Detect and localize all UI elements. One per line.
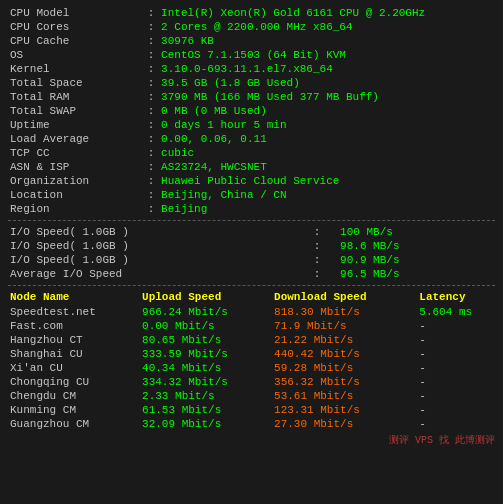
- sysinfo-row: Uptime : 0 days 1 hour 5 min: [8, 118, 495, 132]
- speed-upload: 40.34 Mbit/s: [140, 361, 272, 375]
- sysinfo-label: OS: [8, 48, 146, 62]
- sysinfo-row: Organization : Huawei Public Cloud Servi…: [8, 174, 495, 188]
- speed-download: 818.30 Mbit/s: [272, 305, 417, 319]
- sysinfo-row: Region : Beijing: [8, 202, 495, 216]
- sysinfo-row: Total Space : 39.5 GB (1.8 GB Used): [8, 76, 495, 90]
- speed-download: 59.28 Mbit/s: [272, 361, 417, 375]
- speed-row: Hangzhou CT 80.65 Mbit/s 21.22 Mbit/s -: [8, 333, 495, 347]
- speed-row: Kunming CM 61.53 Mbit/s 123.31 Mbit/s -: [8, 403, 495, 417]
- sysinfo-value: 0 days 1 hour 5 min: [159, 118, 495, 132]
- io-row: Average I/O Speed : 96.5 MB/s: [8, 267, 495, 281]
- sysinfo-colon: :: [146, 104, 159, 118]
- sysinfo-value: Huawei Public Cloud Service: [159, 174, 495, 188]
- sysinfo-label: ASN & ISP: [8, 160, 146, 174]
- io-value: 100 MB/s: [338, 225, 495, 239]
- sysinfo-colon: :: [146, 48, 159, 62]
- speed-node: Shanghai CU: [8, 347, 140, 361]
- sysinfo-label: Load Average: [8, 132, 146, 146]
- speed-latency: 5.604 ms: [417, 305, 495, 319]
- speed-latency: -: [417, 417, 495, 431]
- speed-row: Guangzhou CM 32.09 Mbit/s 27.30 Mbit/s -: [8, 417, 495, 431]
- io-label: I/O Speed( 1.0GB ): [8, 225, 312, 239]
- sysinfo-value: 0 MB (0 MB Used): [159, 104, 495, 118]
- sysinfo-row: Location : Beijing, China / CN: [8, 188, 495, 202]
- sysinfo-label: Total SWAP: [8, 104, 146, 118]
- speed-row: Shanghai CU 333.59 Mbit/s 440.42 Mbit/s …: [8, 347, 495, 361]
- speed-latency: -: [417, 347, 495, 361]
- io-label: I/O Speed( 1.0GB ): [8, 239, 312, 253]
- sysinfo-colon: :: [146, 118, 159, 132]
- sysinfo-label: TCP CC: [8, 146, 146, 160]
- sysinfo-colon: :: [146, 6, 159, 20]
- speed-row: Chongqing CU 334.32 Mbit/s 356.32 Mbit/s…: [8, 375, 495, 389]
- speed-latency: -: [417, 319, 495, 333]
- speed-row: Xi'an CU 40.34 Mbit/s 59.28 Mbit/s -: [8, 361, 495, 375]
- speed-latency: -: [417, 389, 495, 403]
- speed-download: 21.22 Mbit/s: [272, 333, 417, 347]
- sysinfo-value: Beijing, China / CN: [159, 188, 495, 202]
- sysinfo-value: 30976 KB: [159, 34, 495, 48]
- speed-node: Hangzhou CT: [8, 333, 140, 347]
- sysinfo-row: Kernel : 3.10.0-693.11.1.el7.x86_64: [8, 62, 495, 76]
- sysinfo-label: Region: [8, 202, 146, 216]
- sysinfo-label: Total Space: [8, 76, 146, 90]
- col-latency: Latency: [417, 290, 495, 305]
- speed-download: 71.9 Mbit/s: [272, 319, 417, 333]
- sysinfo-colon: :: [146, 160, 159, 174]
- sysinfo-value: 0.00, 0.06, 0.11: [159, 132, 495, 146]
- watermark-text: 测评 VPS 找 此博测评: [389, 435, 495, 446]
- col-upload: Upload Speed: [140, 290, 272, 305]
- io-label: Average I/O Speed: [8, 267, 312, 281]
- speed-node: Guangzhou CM: [8, 417, 140, 431]
- speed-upload: 2.33 Mbit/s: [140, 389, 272, 403]
- sysinfo-row: CPU Cache : 30976 KB: [8, 34, 495, 48]
- sysinfo-label: Uptime: [8, 118, 146, 132]
- speed-node: Chengdu CM: [8, 389, 140, 403]
- col-node: Node Name: [8, 290, 140, 305]
- sysinfo-label: CPU Cache: [8, 34, 146, 48]
- sysinfo-label: Location: [8, 188, 146, 202]
- speed-node: Fast.com: [8, 319, 140, 333]
- sysinfo-value: CentOS 7.1.1503 (64 Bit) KVM: [159, 48, 495, 62]
- speed-upload: 966.24 Mbit/s: [140, 305, 272, 319]
- speed-latency: -: [417, 403, 495, 417]
- speed-node: Speedtest.net: [8, 305, 140, 319]
- sysinfo-value: 3.10.0-693.11.1.el7.x86_64: [159, 62, 495, 76]
- sysinfo-row: Total SWAP : 0 MB (0 MB Used): [8, 104, 495, 118]
- sysinfo-row: OS : CentOS 7.1.1503 (64 Bit) KVM: [8, 48, 495, 62]
- io-row: I/O Speed( 1.0GB ) : 90.9 MB/s: [8, 253, 495, 267]
- speed-upload: 80.65 Mbit/s: [140, 333, 272, 347]
- io-value: 96.5 MB/s: [338, 267, 495, 281]
- speed-row: Fast.com 0.00 Mbit/s 71.9 Mbit/s -: [8, 319, 495, 333]
- sysinfo-row: CPU Cores : 2 Cores @ 2200.000 MHz x86_6…: [8, 20, 495, 34]
- sysinfo-value: Intel(R) Xeon(R) Gold 6161 CPU @ 2.20GHz: [159, 6, 495, 20]
- divider-2: [8, 285, 495, 286]
- speed-header-row: Node Name Upload Speed Download Speed La…: [8, 290, 495, 305]
- io-row: I/O Speed( 1.0GB ) : 100 MB/s: [8, 225, 495, 239]
- speed-download: 53.61 Mbit/s: [272, 389, 417, 403]
- sysinfo-colon: :: [146, 132, 159, 146]
- sysinfo-label: CPU Cores: [8, 20, 146, 34]
- io-value: 90.9 MB/s: [338, 253, 495, 267]
- speed-latency: -: [417, 375, 495, 389]
- sysinfo-colon: :: [146, 174, 159, 188]
- sysinfo-colon: :: [146, 62, 159, 76]
- io-colon: :: [312, 239, 338, 253]
- sysinfo-row: Total RAM : 3790 MB (166 MB Used 377 MB …: [8, 90, 495, 104]
- speed-download: 27.30 Mbit/s: [272, 417, 417, 431]
- watermark-container: 测评 VPS 找 此博测评: [8, 433, 495, 447]
- io-table: I/O Speed( 1.0GB ) : 100 MB/s I/O Speed(…: [8, 225, 495, 281]
- sysinfo-colon: :: [146, 90, 159, 104]
- sysinfo-value: cubic: [159, 146, 495, 160]
- io-colon: :: [312, 253, 338, 267]
- sysinfo-label: Kernel: [8, 62, 146, 76]
- io-value: 98.6 MB/s: [338, 239, 495, 253]
- speed-download: 356.32 Mbit/s: [272, 375, 417, 389]
- sysinfo-row: ASN & ISP : AS23724, HWCSNET: [8, 160, 495, 174]
- io-row: I/O Speed( 1.0GB ) : 98.6 MB/s: [8, 239, 495, 253]
- speed-node: Chongqing CU: [8, 375, 140, 389]
- io-colon: :: [312, 267, 338, 281]
- speed-node: Kunming CM: [8, 403, 140, 417]
- speed-download: 440.42 Mbit/s: [272, 347, 417, 361]
- speed-row: Speedtest.net 966.24 Mbit/s 818.30 Mbit/…: [8, 305, 495, 319]
